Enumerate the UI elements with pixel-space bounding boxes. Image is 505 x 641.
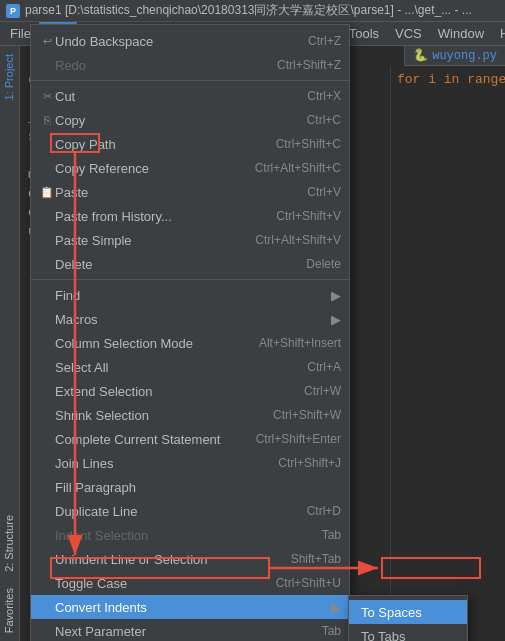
- menu-cut[interactable]: ✂ Cut Ctrl+X: [31, 84, 349, 108]
- menu-help[interactable]: Help: [492, 22, 505, 46]
- macros-arrow-icon: ▶: [331, 312, 341, 327]
- copy-icon: ⎘: [39, 114, 55, 126]
- menu-fill-paragraph[interactable]: Fill Paragraph: [31, 475, 349, 499]
- menu-copy-path[interactable]: Copy Path Ctrl+Shift+C: [31, 132, 349, 156]
- title-bar: P parse1 [D:\statistics_chenqichao\20180…: [0, 0, 505, 22]
- menu-cut-shortcut: Ctrl+X: [307, 89, 341, 103]
- sidebar-favorites-tab[interactable]: Favorites: [0, 580, 19, 641]
- menu-shrink-label: Shrink Selection: [55, 408, 273, 423]
- edit-dropdown: ↩ Undo Backspace Ctrl+Z Redo Ctrl+Shift+…: [30, 24, 350, 641]
- submenu-to-spaces[interactable]: To Spaces: [349, 600, 467, 624]
- menu-shrink-shortcut: Ctrl+Shift+W: [273, 408, 341, 422]
- menu-find-label: Find: [55, 288, 327, 303]
- menu-dup-shortcut: Ctrl+D: [307, 504, 341, 518]
- find-arrow-icon: ▶: [331, 288, 341, 303]
- menu-join-label: Join Lines: [55, 456, 278, 471]
- menu-redo-label: Redo: [55, 58, 277, 73]
- menu-macros-label: Macros: [55, 312, 327, 327]
- submenu-to-tabs[interactable]: To Tabs: [349, 624, 467, 641]
- menu-unindent-shortcut: Shift+Tab: [291, 552, 341, 566]
- menu-copy[interactable]: ⎘ Copy Ctrl+C: [31, 108, 349, 132]
- menu-select-all-label: Select All: [55, 360, 307, 375]
- menu-select-all[interactable]: Select All Ctrl+A: [31, 355, 349, 379]
- menu-extend-selection[interactable]: Extend Selection Ctrl+W: [31, 379, 349, 403]
- menu-copy-path-shortcut: Ctrl+Shift+C: [276, 137, 341, 151]
- menu-extend-label: Extend Selection: [55, 384, 304, 399]
- menu-convert-indents[interactable]: Convert Indents ▶ To Spaces To Tabs: [31, 595, 349, 619]
- menu-complete-shortcut: Ctrl+Shift+Enter: [256, 432, 341, 446]
- convert-arrow-icon: ▶: [331, 600, 341, 615]
- to-tabs-label: To Tabs: [361, 629, 406, 642]
- menu-join-lines[interactable]: Join Lines Ctrl+Shift+J: [31, 451, 349, 475]
- file-tab-name: wuyong.py: [432, 49, 497, 63]
- menu-find[interactable]: Find ▶: [31, 283, 349, 307]
- menu-copy-reference-label: Copy Reference: [55, 161, 255, 176]
- app-icon-letter: P: [10, 6, 16, 16]
- cut-icon: ✂: [39, 90, 55, 103]
- menu-column-shortcut: Alt+Shift+Insert: [259, 336, 341, 350]
- convert-indents-submenu: To Spaces To Tabs: [348, 595, 468, 641]
- menu-indent-selection: Indent Selection Tab: [31, 523, 349, 547]
- menu-macros[interactable]: Macros ▶: [31, 307, 349, 331]
- paste-icon: 📋: [39, 186, 55, 199]
- menu-redo: Redo Ctrl+Shift+Z: [31, 53, 349, 77]
- menu-unindent[interactable]: Unindent Line or Selection Shift+Tab: [31, 547, 349, 571]
- menu-next-parameter[interactable]: Next Parameter Tab: [31, 619, 349, 641]
- sidebar-structure-tab[interactable]: 2: Structure: [0, 507, 19, 580]
- menu-next-param-label: Next Parameter: [55, 624, 322, 639]
- menu-select-all-shortcut: Ctrl+A: [307, 360, 341, 374]
- menu-copy-label: Copy: [55, 113, 307, 128]
- app-icon: P: [6, 4, 20, 18]
- menu-paste-label: Paste: [55, 185, 307, 200]
- menu-complete-label: Complete Current Statement: [55, 432, 256, 447]
- menu-paste-simple[interactable]: Paste Simple Ctrl+Alt+Shift+V: [31, 228, 349, 252]
- menu-column-label: Column Selection Mode: [55, 336, 259, 351]
- menu-paste-history-shortcut: Ctrl+Shift+V: [276, 209, 341, 223]
- menu-duplicate-line[interactable]: Duplicate Line Ctrl+D: [31, 499, 349, 523]
- menu-redo-shortcut: Ctrl+Shift+Z: [277, 58, 341, 72]
- menu-copy-path-label: Copy Path: [55, 137, 276, 152]
- left-sidebar: 1: Project 2: Structure Favorites: [0, 46, 20, 641]
- menu-dup-label: Duplicate Line: [55, 504, 307, 519]
- separator-2: [31, 279, 349, 280]
- menu-paste-history[interactable]: Paste from History... Ctrl+Shift+V: [31, 204, 349, 228]
- menu-vcs[interactable]: VCS: [387, 22, 430, 46]
- menu-toggle-case[interactable]: Toggle Case Ctrl+Shift+U: [31, 571, 349, 595]
- menu-next-param-shortcut: Tab: [322, 624, 341, 638]
- menu-indent-label: Indent Selection: [55, 528, 322, 543]
- undo-icon: ↩: [39, 35, 55, 48]
- menu-fill-label: Fill Paragraph: [55, 480, 341, 495]
- menu-copy-shortcut: Ctrl+C: [307, 113, 341, 127]
- code-line-right: for i in range(in: [397, 70, 499, 89]
- menu-shrink-selection[interactable]: Shrink Selection Ctrl+Shift+W: [31, 403, 349, 427]
- menu-copy-ref-shortcut: Ctrl+Alt+Shift+C: [255, 161, 341, 175]
- menu-undo-shortcut: Ctrl+Z: [308, 34, 341, 48]
- menu-cut-label: Cut: [55, 89, 307, 104]
- dropdown-menu: ↩ Undo Backspace Ctrl+Z Redo Ctrl+Shift+…: [30, 24, 350, 641]
- menu-paste-history-label: Paste from History...: [55, 209, 276, 224]
- menu-paste-shortcut: Ctrl+V: [307, 185, 341, 199]
- menu-join-shortcut: Ctrl+Shift+J: [278, 456, 341, 470]
- menu-paste-simple-label: Paste Simple: [55, 233, 255, 248]
- to-spaces-label: To Spaces: [361, 605, 422, 620]
- file-tab[interactable]: 🐍 wuyong.py: [404, 46, 505, 66]
- menu-toggle-label: Toggle Case: [55, 576, 276, 591]
- right-code-panel: for i in range(in: [390, 66, 505, 641]
- menu-column-selection[interactable]: Column Selection Mode Alt+Shift+Insert: [31, 331, 349, 355]
- menu-undo-label: Undo Backspace: [55, 34, 308, 49]
- menu-window[interactable]: Window: [430, 22, 492, 46]
- separator-1: [31, 80, 349, 81]
- menu-copy-reference[interactable]: Copy Reference Ctrl+Alt+Shift+C: [31, 156, 349, 180]
- menu-delete-label: Delete: [55, 257, 306, 272]
- menu-complete-statement[interactable]: Complete Current Statement Ctrl+Shift+En…: [31, 427, 349, 451]
- menu-delete-shortcut: Delete: [306, 257, 341, 271]
- menu-unindent-label: Unindent Line or Selection: [55, 552, 291, 567]
- menu-delete[interactable]: Delete Delete: [31, 252, 349, 276]
- sidebar-project-tab[interactable]: 1: Project: [0, 46, 19, 108]
- menu-undo[interactable]: ↩ Undo Backspace Ctrl+Z: [31, 29, 349, 53]
- menu-indent-shortcut: Tab: [322, 528, 341, 542]
- menu-extend-shortcut: Ctrl+W: [304, 384, 341, 398]
- menu-paste-simple-shortcut: Ctrl+Alt+Shift+V: [255, 233, 341, 247]
- menu-convert-label: Convert Indents: [55, 600, 327, 615]
- menu-paste[interactable]: 📋 Paste Ctrl+V: [31, 180, 349, 204]
